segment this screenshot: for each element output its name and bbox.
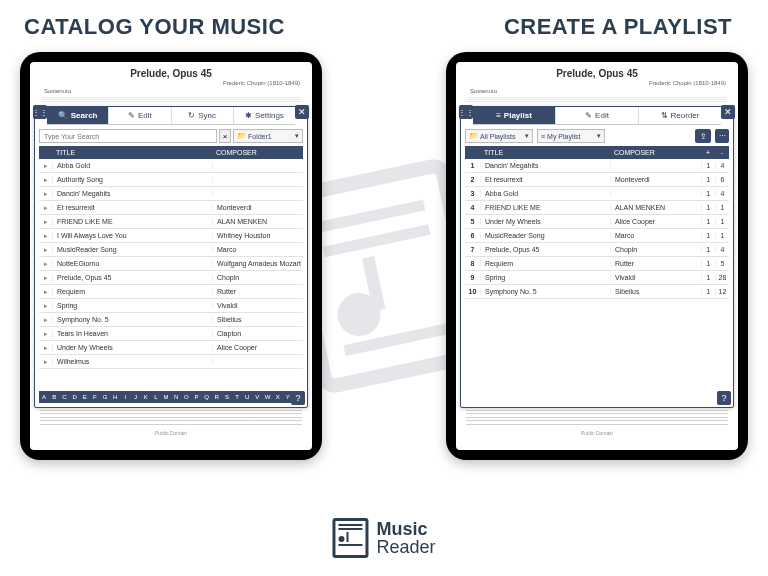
col-title[interactable]: TITLE bbox=[481, 149, 611, 156]
my-playlist-dropdown[interactable]: ≡My Playlist▾ bbox=[537, 129, 605, 143]
shuffle-icon[interactable]: ⋯ bbox=[715, 129, 729, 143]
alpha-letter[interactable]: D bbox=[69, 391, 79, 403]
help-icon[interactable]: ? bbox=[291, 391, 305, 405]
table-row[interactable]: ▸Authority Song bbox=[39, 173, 303, 187]
expand-icon[interactable]: ▸ bbox=[39, 218, 53, 226]
tab-edit[interactable]: ✎Edit bbox=[556, 107, 639, 124]
help-icon[interactable]: ? bbox=[717, 391, 731, 405]
alpha-letter[interactable]: J bbox=[130, 391, 140, 403]
expand-icon[interactable]: ▸ bbox=[39, 162, 53, 170]
alpha-letter[interactable]: M bbox=[161, 391, 171, 403]
close-icon[interactable]: ✕ bbox=[295, 105, 309, 119]
tab-playlist[interactable]: ≡Playlist bbox=[473, 107, 556, 124]
expand-icon[interactable]: ▸ bbox=[39, 204, 53, 212]
table-row[interactable]: ▸Prelude, Opus 45Chopin bbox=[39, 271, 303, 285]
alpha-letter[interactable]: P bbox=[191, 391, 201, 403]
alpha-letter[interactable]: A bbox=[39, 391, 49, 403]
expand-icon[interactable]: ▸ bbox=[39, 176, 53, 184]
edit-icon: ✎ bbox=[585, 111, 592, 120]
alpha-letter[interactable]: T bbox=[232, 391, 242, 403]
table-row[interactable]: 2Et resurrexitMonteverdi16 bbox=[465, 173, 729, 187]
table-row[interactable]: ▸Symphony No. 5Sibelius bbox=[39, 313, 303, 327]
table-row[interactable]: ▸I Will Always Love YouWhitney Houston bbox=[39, 229, 303, 243]
table-row[interactable]: 5Under My WheelsAlice Cooper11 bbox=[465, 215, 729, 229]
expand-icon[interactable]: ▸ bbox=[39, 358, 53, 366]
alpha-letter[interactable]: O bbox=[181, 391, 191, 403]
tab-search[interactable]: 🔍Search bbox=[47, 107, 109, 124]
table-row[interactable]: ▸Tears In HeavenClapton bbox=[39, 327, 303, 341]
table-row[interactable]: 4FRIEND LIKE MEALAN MENKEN11 bbox=[465, 201, 729, 215]
col-title[interactable]: TITLE bbox=[53, 149, 213, 156]
tab-edit[interactable]: ✎Edit bbox=[109, 107, 171, 124]
alpha-letter[interactable]: N bbox=[171, 391, 181, 403]
expand-icon[interactable]: ▸ bbox=[39, 274, 53, 282]
alpha-letter[interactable]: X bbox=[273, 391, 283, 403]
grip-icon[interactable]: ⋮⋮ bbox=[459, 105, 473, 119]
playlist-tabs: ≡Playlist ✎Edit ⇅Reorder bbox=[473, 107, 721, 125]
expand-icon[interactable]: ▸ bbox=[39, 288, 53, 296]
table-row[interactable]: 9SpringVivaldi128 bbox=[465, 271, 729, 285]
alpha-letter[interactable]: C bbox=[59, 391, 69, 403]
alpha-letter[interactable]: Q bbox=[202, 391, 212, 403]
table-row[interactable]: 10Symphony No. 5Sibelius112 bbox=[465, 285, 729, 299]
cell-title: Under My Wheels bbox=[481, 218, 611, 225]
svg-line-2 bbox=[324, 230, 430, 252]
alpha-letter[interactable]: G bbox=[100, 391, 110, 403]
expand-icon[interactable]: ▸ bbox=[39, 232, 53, 240]
expand-icon[interactable]: ▸ bbox=[39, 246, 53, 254]
expand-icon[interactable]: ▸ bbox=[39, 344, 53, 352]
alpha-letter[interactable]: U bbox=[242, 391, 252, 403]
table-row[interactable]: ▸Wilhelmus bbox=[39, 355, 303, 369]
gear-icon: ✱ bbox=[245, 111, 252, 120]
expand-icon[interactable]: ▸ bbox=[39, 302, 53, 310]
folder-dropdown[interactable]: 📁Folder1▾ bbox=[233, 129, 303, 143]
table-row[interactable]: 8RequiemRutter15 bbox=[465, 257, 729, 271]
alpha-letter[interactable]: B bbox=[49, 391, 59, 403]
table-row[interactable]: ▸Et resurrexitMonteverdi bbox=[39, 201, 303, 215]
close-icon[interactable]: ✕ bbox=[721, 105, 735, 119]
alpha-letter[interactable]: H bbox=[110, 391, 120, 403]
alpha-letter[interactable]: F bbox=[90, 391, 100, 403]
table-row[interactable]: ▸RequiemRutter bbox=[39, 285, 303, 299]
table-row[interactable]: 1Dancin' Megahits14 bbox=[465, 159, 729, 173]
expand-icon[interactable]: ▸ bbox=[39, 190, 53, 198]
table-row[interactable]: ▸Dancin' Megahits bbox=[39, 187, 303, 201]
table-row[interactable]: 6MusicReader SongMarco11 bbox=[465, 229, 729, 243]
alpha-letter[interactable]: S bbox=[222, 391, 232, 403]
cell-composer: Sibelius bbox=[213, 316, 303, 323]
alpha-letter[interactable]: V bbox=[252, 391, 262, 403]
alpha-letter[interactable]: I bbox=[120, 391, 130, 403]
table-row[interactable]: 7Prelude, Opus 45Chopin14 bbox=[465, 243, 729, 257]
alpha-letter[interactable]: R bbox=[212, 391, 222, 403]
grip-icon[interactable]: ⋮⋮ bbox=[33, 105, 47, 119]
clear-search-icon[interactable]: × bbox=[219, 129, 231, 143]
col-composer[interactable]: COMPOSER bbox=[213, 149, 303, 156]
catalog-table-header: TITLE COMPOSER bbox=[39, 146, 303, 159]
search-input[interactable] bbox=[39, 129, 217, 143]
tab-reorder[interactable]: ⇅Reorder bbox=[639, 107, 721, 124]
cell-composer: Alice Cooper bbox=[611, 218, 701, 225]
tab-settings[interactable]: ✱Settings bbox=[234, 107, 295, 124]
expand-icon[interactable]: ▸ bbox=[39, 316, 53, 324]
alpha-letter[interactable]: K bbox=[141, 391, 151, 403]
cell-index: 4 bbox=[465, 204, 481, 211]
table-row[interactable]: ▸Under My WheelsAlice Cooper bbox=[39, 341, 303, 355]
folder-icon: 📁 bbox=[469, 132, 478, 140]
table-row[interactable]: ▸Abba Gold bbox=[39, 159, 303, 173]
cell-a: 1 bbox=[701, 190, 715, 197]
table-row[interactable]: 3Abba Gold14 bbox=[465, 187, 729, 201]
share-icon[interactable]: ⇪ bbox=[695, 129, 711, 143]
alpha-letter[interactable]: E bbox=[80, 391, 90, 403]
tab-sync[interactable]: ↻Sync bbox=[172, 107, 234, 124]
table-row[interactable]: ▸MusicReader SongMarco bbox=[39, 243, 303, 257]
table-row[interactable]: ▸FRIEND LIKE MEALAN MENKEN bbox=[39, 215, 303, 229]
alpha-letter[interactable]: W bbox=[262, 391, 272, 403]
brand-line2: Reader bbox=[376, 538, 435, 556]
alpha-letter[interactable]: L bbox=[151, 391, 161, 403]
col-composer[interactable]: COMPOSER bbox=[611, 149, 701, 156]
table-row[interactable]: ▸SpringVivaldi bbox=[39, 299, 303, 313]
expand-icon[interactable]: ▸ bbox=[39, 260, 53, 268]
table-row[interactable]: ▸NotteEGiornoWolfgang Amadeus Mozart bbox=[39, 257, 303, 271]
all-playlists-dropdown[interactable]: 📁All Playlists▾ bbox=[465, 129, 533, 143]
expand-icon[interactable]: ▸ bbox=[39, 330, 53, 338]
